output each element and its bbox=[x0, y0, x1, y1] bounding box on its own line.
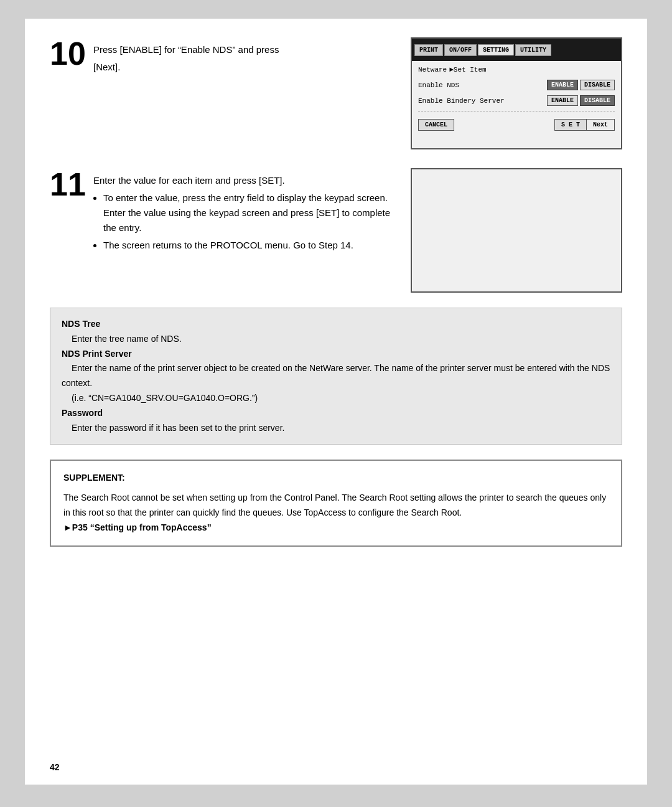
nds-tree-label: NDS Tree bbox=[62, 319, 100, 329]
nds-print-desc: Enter the name of the print server objec… bbox=[62, 363, 610, 388]
lcd-nav: Netware ►Set Item bbox=[418, 66, 615, 73]
lcd-screen-step11 bbox=[411, 168, 622, 293]
lcd-row-bindery: Enable Bindery Server ENABLE DISABLE bbox=[418, 95, 615, 106]
lcd-row-enable-nds: Enable NDS ENABLE DISABLE bbox=[418, 80, 615, 90]
info-box: NDS Tree Enter the tree name of NDS. NDS… bbox=[50, 308, 622, 445]
nds-print-label: NDS Print Server bbox=[62, 349, 132, 359]
lcd-footer-right: S E T Next bbox=[554, 119, 615, 131]
step-10-text: Press [ENABLE] for “Enable NDS” and pres… bbox=[93, 37, 392, 77]
step-11-bullet2: The screen returns to the PROTOCOL menu.… bbox=[103, 238, 392, 253]
lcd-tab-utility[interactable]: UTILITY bbox=[515, 44, 551, 56]
supplement-body: The Search Root cannot be set when setti… bbox=[63, 491, 609, 521]
password-desc: Enter the password if it has been set to… bbox=[72, 423, 284, 433]
lcd-bindery-label: Enable Bindery Server bbox=[418, 97, 505, 105]
lcd-bindery-enable-btn[interactable]: ENABLE bbox=[547, 95, 578, 106]
supplement-box: SUPPLEMENT: The Search Root cannot be se… bbox=[50, 460, 622, 546]
nds-print-example: (i.e. “CN=GA1040_SRV.OU=GA1040.O=ORG.”) bbox=[72, 393, 258, 403]
nds-print-section: NDS Print Server Enter the name of the p… bbox=[62, 347, 610, 406]
lcd-enable-nds-disable-btn[interactable]: DISABLE bbox=[580, 80, 615, 90]
lcd-cancel-button[interactable]: CANCEL bbox=[418, 119, 454, 131]
lcd-nav-left: Netware bbox=[418, 66, 447, 73]
step-11-main: Enter the value for each item and press … bbox=[93, 173, 392, 188]
step-10-line2: [Next]. bbox=[93, 60, 392, 75]
lcd-nav-arrow: ►Set Item bbox=[449, 66, 486, 73]
lcd-set-button[interactable]: S E T bbox=[554, 119, 586, 131]
step-10-row: 10 Press [ENABLE] for “Enable NDS” and p… bbox=[50, 37, 622, 149]
lcd-enable-nds-buttons: ENABLE DISABLE bbox=[547, 80, 615, 90]
lcd-tab-print[interactable]: PRINT bbox=[414, 44, 443, 56]
step-11-row: 11 Enter the value for each item and pre… bbox=[50, 168, 622, 293]
step-11-bullets: To enter the value, press the entry fiel… bbox=[103, 191, 392, 253]
step-11-text: Enter the value for each item and press … bbox=[93, 168, 392, 255]
supplement-title: SUPPLEMENT: bbox=[63, 471, 609, 486]
lcd-screen-step10: PRINT ON/OFF SETTING UTILITY Netware ►Se… bbox=[411, 37, 622, 149]
nds-tree-section: NDS Tree Enter the tree name of NDS. bbox=[62, 317, 610, 347]
lcd-tab-onoff[interactable]: ON/OFF bbox=[444, 44, 477, 56]
password-label: Password bbox=[62, 408, 103, 418]
lcd-divider bbox=[418, 111, 615, 111]
lcd-next-button[interactable]: Next bbox=[586, 119, 615, 131]
lcd-body: Netware ►Set Item Enable NDS ENABLE DISA… bbox=[412, 61, 621, 138]
lcd-enable-nds-enable-btn[interactable]: ENABLE bbox=[547, 80, 578, 90]
lcd-tab-setting[interactable]: SETTING bbox=[478, 44, 514, 55]
lcd-bindery-disable-btn[interactable]: DISABLE bbox=[580, 95, 615, 106]
password-section: Password Enter the password if it has be… bbox=[62, 406, 610, 436]
lcd-bindery-buttons: ENABLE DISABLE bbox=[547, 95, 615, 106]
step-10-number: 10 bbox=[50, 37, 87, 70]
step-11-number: 11 bbox=[50, 168, 87, 201]
page-number: 42 bbox=[50, 762, 60, 772]
supplement-link: ►P35 “Setting up from TopAccess” bbox=[63, 521, 609, 536]
step-11-bullet1: To enter the value, press the entry fiel… bbox=[103, 191, 392, 235]
lcd-footer: CANCEL S E T Next bbox=[418, 116, 615, 133]
nds-tree-desc: Enter the tree name of NDS. bbox=[72, 334, 182, 344]
step-10-line1: Press [ENABLE] for “Enable NDS” and pres… bbox=[93, 42, 392, 57]
lcd-enable-nds-label: Enable NDS bbox=[418, 82, 459, 89]
lcd-top-bar: PRINT ON/OFF SETTING UTILITY bbox=[412, 39, 621, 61]
